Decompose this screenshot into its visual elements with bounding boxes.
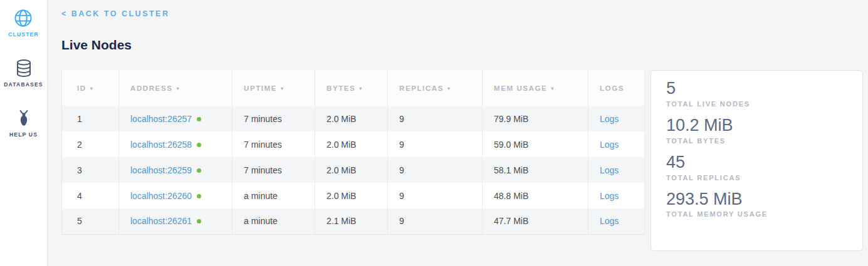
uptime-cell: 7 minutes (233, 106, 315, 131)
stat-label: TOTAL BYTES (666, 137, 847, 145)
column-header-id[interactable]: ID▾ (62, 70, 119, 106)
column-header-label: BYTES (327, 84, 355, 92)
sidebar: CLUSTER DATABASES HELP US (0, 0, 48, 266)
uptime-cell: 7 minutes (233, 157, 315, 183)
column-header-label: UPTIME (244, 84, 277, 92)
bytes-cell: 2.0 MiB (315, 157, 388, 183)
column-header-label: ADDRESS (130, 84, 172, 92)
logs-cell: Logs (588, 157, 645, 183)
node-address-link[interactable]: localhost:26257 (130, 114, 192, 124)
bytes-cell: 2.0 MiB (315, 106, 388, 131)
table-row: 2 localhost:26258 7 minutes 2.0 MiB 9 59… (62, 131, 645, 157)
content-row: ID▾ ADDRESS▾ UPTIME▾ BYTES▾ REPLICAS▾ ME… (61, 70, 863, 251)
stat-label: TOTAL LIVE NODES (666, 100, 847, 108)
main-content: < BACK TO CLUSTER Live Nodes ID▾ ADDRESS… (48, 0, 868, 266)
replicas-cell: 9 (388, 131, 483, 157)
uptime-cell: a minute (233, 183, 315, 208)
column-header-label: LOGS (600, 84, 624, 92)
cluster-summary-card: 5 TOTAL LIVE NODES 10.2 MiB TOTAL BYTES … (651, 70, 863, 251)
node-id-cell: 3 (62, 157, 119, 183)
node-address-cell: localhost:26259 (119, 157, 233, 183)
node-live-status-icon (197, 168, 201, 173)
sort-arrow-icon: ▾ (176, 86, 180, 91)
column-header-label: REPLICAS (399, 84, 444, 92)
stat-value: 10.2 MiB (666, 116, 847, 136)
column-header-uptime[interactable]: UPTIME▾ (233, 70, 315, 106)
logs-link[interactable]: Logs (600, 191, 619, 201)
sidebar-item-label: HELP US (9, 131, 38, 138)
replicas-cell: 9 (388, 183, 483, 208)
node-address-cell: localhost:26260 (119, 183, 233, 208)
node-id-cell: 1 (62, 106, 119, 131)
back-to-cluster-link[interactable]: < BACK TO CLUSTER (61, 9, 170, 18)
column-header-logs: LOGS (588, 70, 645, 106)
column-header-bytes[interactable]: BYTES▾ (315, 70, 388, 106)
sidebar-item-label: CLUSTER (8, 31, 39, 38)
replicas-cell: 9 (388, 208, 483, 234)
table-row: 4 localhost:26260 a minute 2.0 MiB 9 48.… (62, 183, 645, 208)
node-id-cell: 4 (62, 183, 119, 208)
node-live-status-icon (197, 117, 201, 121)
mem-usage-cell: 79.9 MiB (483, 106, 588, 131)
logs-link[interactable]: Logs (600, 216, 619, 226)
logs-cell: Logs (588, 131, 645, 157)
logs-link[interactable]: Logs (600, 140, 619, 150)
node-address-link[interactable]: localhost:26258 (130, 140, 192, 150)
logs-cell: Logs (588, 106, 645, 131)
stat-total-live-nodes: 5 TOTAL LIVE NODES (666, 79, 847, 108)
node-live-status-icon (197, 143, 201, 147)
table-row: 3 localhost:26259 7 minutes 2.0 MiB 9 58… (62, 157, 645, 183)
logs-link[interactable]: Logs (600, 165, 619, 175)
database-icon (14, 59, 33, 78)
node-live-status-icon (197, 219, 201, 223)
replicas-cell: 9 (388, 157, 483, 183)
sort-arrow-icon: ▾ (551, 86, 555, 91)
stat-label: TOTAL MEMORY USAGE (666, 210, 847, 218)
mem-usage-cell: 58.1 MiB (483, 157, 588, 183)
sidebar-item-help-us[interactable]: HELP US (9, 109, 38, 138)
sort-arrow-icon: ▾ (281, 86, 285, 91)
node-address-cell: localhost:26261 (119, 208, 233, 234)
table-header-row: ID▾ ADDRESS▾ UPTIME▾ BYTES▾ REPLICAS▾ ME… (62, 70, 645, 106)
sidebar-item-label: DATABASES (4, 81, 43, 88)
mem-usage-cell: 47.7 MiB (483, 208, 588, 234)
uptime-cell: 7 minutes (233, 131, 315, 157)
column-header-label: MEM USAGE (494, 84, 547, 92)
node-address-link[interactable]: localhost:26261 (130, 216, 192, 226)
sidebar-item-databases[interactable]: DATABASES (4, 59, 43, 88)
node-address-link[interactable]: localhost:26259 (130, 165, 192, 175)
bytes-cell: 2.0 MiB (315, 183, 388, 208)
logs-link[interactable]: Logs (600, 114, 619, 124)
uptime-cell: a minute (233, 208, 315, 234)
bug-icon (14, 109, 33, 128)
logs-cell: Logs (588, 208, 645, 234)
bytes-cell: 2.0 MiB (315, 131, 388, 157)
table-row: 5 localhost:26261 a minute 2.1 MiB 9 47.… (62, 208, 645, 234)
globe-icon (14, 9, 33, 28)
node-id-cell: 5 (62, 208, 119, 234)
sort-arrow-icon: ▾ (447, 86, 451, 91)
mem-usage-cell: 59.0 MiB (483, 131, 588, 157)
stat-value: 5 (666, 79, 847, 99)
stat-value: 45 (666, 153, 847, 173)
stat-total-bytes: 10.2 MiB TOTAL BYTES (666, 116, 847, 145)
column-header-mem-usage[interactable]: MEM USAGE▾ (483, 70, 588, 106)
node-id-cell: 2 (62, 131, 119, 157)
node-address-cell: localhost:26258 (119, 131, 233, 157)
node-live-status-icon (197, 194, 201, 198)
column-header-address[interactable]: ADDRESS▾ (119, 70, 233, 106)
node-address-cell: localhost:26257 (119, 106, 233, 131)
sort-arrow-icon: ▾ (90, 86, 94, 91)
mem-usage-cell: 48.8 MiB (483, 183, 588, 208)
bytes-cell: 2.1 MiB (315, 208, 388, 234)
logs-cell: Logs (588, 183, 645, 208)
live-nodes-table: ID▾ ADDRESS▾ UPTIME▾ BYTES▾ REPLICAS▾ ME… (61, 70, 645, 235)
stat-value: 293.5 MiB (666, 190, 847, 210)
stat-label: TOTAL REPLICAS (666, 174, 847, 182)
table-row: 1 localhost:26257 7 minutes 2.0 MiB 9 79… (62, 106, 645, 131)
stat-total-memory-usage: 293.5 MiB TOTAL MEMORY USAGE (666, 190, 847, 218)
replicas-cell: 9 (388, 106, 483, 131)
node-address-link[interactable]: localhost:26260 (130, 191, 192, 201)
column-header-replicas[interactable]: REPLICAS▾ (388, 70, 483, 106)
sidebar-item-cluster[interactable]: CLUSTER (8, 9, 39, 38)
